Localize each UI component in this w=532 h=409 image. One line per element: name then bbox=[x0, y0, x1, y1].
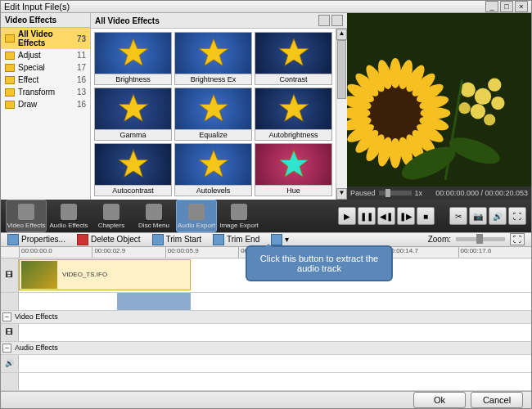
delete-object-button[interactable]: Delete Object bbox=[77, 234, 141, 245]
trim-start-button[interactable]: Trim Start bbox=[152, 234, 202, 245]
video-effects-button[interactable]: Video Effects bbox=[6, 200, 47, 232]
preview-viewport bbox=[347, 13, 531, 187]
svg-marker-4 bbox=[199, 94, 228, 121]
ok-button[interactable]: Ok bbox=[413, 392, 466, 408]
svg-marker-7 bbox=[199, 150, 228, 177]
cancel-button[interactable]: Cancel bbox=[471, 392, 523, 408]
speed-slider[interactable] bbox=[379, 191, 412, 196]
volume-button[interactable]: 🔊 bbox=[489, 207, 507, 225]
minimize-button[interactable]: _ bbox=[485, 1, 498, 12]
category-item-all-video-effects[interactable]: All Video Effects73 bbox=[1, 28, 90, 49]
properties-button[interactable]: Properties... bbox=[7, 234, 65, 245]
effect-autocontrast[interactable]: Autocontrast bbox=[94, 143, 172, 196]
audio-effects-track-label: Audio Effects bbox=[15, 344, 58, 352]
audio-effects-button[interactable]: Audio Effects bbox=[48, 200, 89, 232]
folder-icon bbox=[5, 34, 15, 43]
effect-label: Gamma bbox=[95, 129, 171, 140]
effects-header: All Video Effects bbox=[91, 13, 347, 29]
category-item-effect[interactable]: Effect16 bbox=[1, 74, 90, 86]
effect-brightness[interactable]: Brightness bbox=[94, 32, 172, 85]
effect-autolevels[interactable]: Autolevels bbox=[174, 143, 252, 196]
audio-effects-track[interactable]: 🔊 bbox=[1, 355, 531, 373]
category-item-adjust[interactable]: Adjust11 bbox=[1, 49, 90, 61]
window-title: Edit Input File(s) bbox=[4, 2, 484, 11]
effect-thumbnail bbox=[95, 88, 171, 129]
chapters-button[interactable]: Chapters bbox=[91, 200, 132, 232]
audio-effects-track-header: − Audio Effects bbox=[1, 342, 531, 355]
effect-thumbnail bbox=[175, 88, 251, 129]
folder-icon bbox=[5, 88, 15, 97]
effect-label: Autolevels bbox=[175, 185, 251, 196]
scroll-thumb[interactable] bbox=[337, 40, 346, 99]
ruler-tick: 00:00:05.9 bbox=[165, 247, 238, 258]
category-item-transform[interactable]: Transform13 bbox=[1, 86, 90, 98]
effect-autobrightness[interactable]: Autobrightness bbox=[255, 88, 332, 141]
chevron-down-icon: ▾ bbox=[285, 235, 289, 244]
fit-button[interactable]: ⛶ bbox=[510, 233, 525, 245]
delete-icon bbox=[77, 234, 88, 245]
stop-button[interactable]: ■ bbox=[417, 207, 435, 225]
collapse-video-effects[interactable]: − bbox=[2, 312, 11, 321]
svg-point-38 bbox=[488, 79, 501, 92]
view-grid-button[interactable] bbox=[331, 15, 343, 26]
time-total: 00:00:20.053 bbox=[485, 189, 528, 197]
audio-selection[interactable] bbox=[117, 293, 191, 310]
video-track-icon: 🎞 bbox=[1, 258, 19, 292]
effect-hue[interactable]: Hue bbox=[255, 143, 332, 196]
effect-thumbnail bbox=[255, 88, 331, 129]
category-item-special[interactable]: Special17 bbox=[1, 61, 90, 74]
disc-menu-button[interactable]: Disc Menu bbox=[133, 200, 174, 232]
effect-contrast[interactable]: Contrast bbox=[255, 32, 332, 85]
video-effects-track[interactable]: 🎞 bbox=[1, 324, 531, 342]
effect-label: Contrast bbox=[255, 74, 331, 84]
close-button[interactable]: × bbox=[515, 1, 528, 12]
prev-frame-button[interactable]: ◀❚ bbox=[377, 207, 395, 225]
audio-effects-track-icon: 🔊 bbox=[1, 355, 19, 372]
effects-panel: All Video Effects BrightnessBrightness E… bbox=[91, 13, 347, 200]
trim-end-button[interactable]: Trim End bbox=[213, 234, 259, 245]
snapshot-button[interactable]: 📷 bbox=[469, 207, 487, 225]
svg-marker-6 bbox=[119, 150, 147, 177]
audio-export-button[interactable]: Audio Export bbox=[176, 200, 217, 232]
ruler-tick: 00:00:17.6 bbox=[458, 247, 531, 258]
svg-point-41 bbox=[458, 102, 470, 114]
maximize-button[interactable]: □ bbox=[500, 1, 513, 12]
svg-marker-8 bbox=[279, 150, 308, 177]
video-effects-track-label: Video Effects bbox=[15, 312, 58, 321]
collapse-audio-effects[interactable]: − bbox=[2, 344, 11, 353]
video-clip[interactable]: VIDEO_TS.IFO bbox=[19, 259, 191, 290]
ruler-tick: 00:00:02.9 bbox=[92, 247, 165, 258]
effect-gamma[interactable]: Gamma bbox=[94, 88, 172, 141]
effect-label: Brightness Ex bbox=[175, 74, 251, 84]
main-toolbar: Video EffectsAudio EffectsChaptersDisc M… bbox=[1, 200, 531, 232]
effects-scrollbar[interactable]: ▲ ▼ bbox=[336, 29, 347, 200]
svg-point-37 bbox=[460, 83, 475, 97]
effect-equalize[interactable]: Equalize bbox=[174, 88, 252, 141]
audio-track[interactable] bbox=[1, 293, 531, 311]
category-item-draw[interactable]: Draw16 bbox=[1, 98, 90, 110]
tooltip-text: Click this button to extract the audio t… bbox=[260, 254, 378, 273]
video-effects-track-header: − Video Effects bbox=[1, 311, 531, 324]
trim-button[interactable]: ✂ bbox=[449, 207, 467, 225]
effect-label: Brightness bbox=[95, 74, 171, 84]
fullscreen-button[interactable]: ⛶ bbox=[508, 207, 526, 225]
next-frame-button[interactable]: ❚▶ bbox=[397, 207, 415, 225]
svg-point-40 bbox=[491, 97, 504, 110]
trim-dropdown[interactable]: ▾ bbox=[271, 234, 289, 245]
image-export-button[interactable]: Image Export bbox=[219, 200, 259, 232]
zoom-slider[interactable] bbox=[456, 237, 505, 241]
svg-point-42 bbox=[484, 114, 495, 125]
view-list-button[interactable] bbox=[318, 15, 330, 26]
video-effects-track-icon: 🎞 bbox=[1, 324, 19, 341]
scroll-up-button[interactable]: ▲ bbox=[336, 29, 347, 40]
scroll-down-button[interactable]: ▼ bbox=[336, 188, 347, 200]
disc-menu-button-icon bbox=[146, 204, 162, 220]
play-button[interactable]: ▶ bbox=[338, 207, 356, 225]
pause-button[interactable]: ❚❚ bbox=[358, 207, 376, 225]
effect-brightness-ex[interactable]: Brightness Ex bbox=[174, 32, 252, 85]
svg-marker-0 bbox=[119, 38, 147, 65]
empty-track bbox=[1, 373, 531, 391]
clip-filename: VIDEO_TS.IFO bbox=[62, 271, 107, 278]
effect-thumbnail bbox=[95, 144, 171, 185]
folder-icon bbox=[5, 76, 15, 84]
